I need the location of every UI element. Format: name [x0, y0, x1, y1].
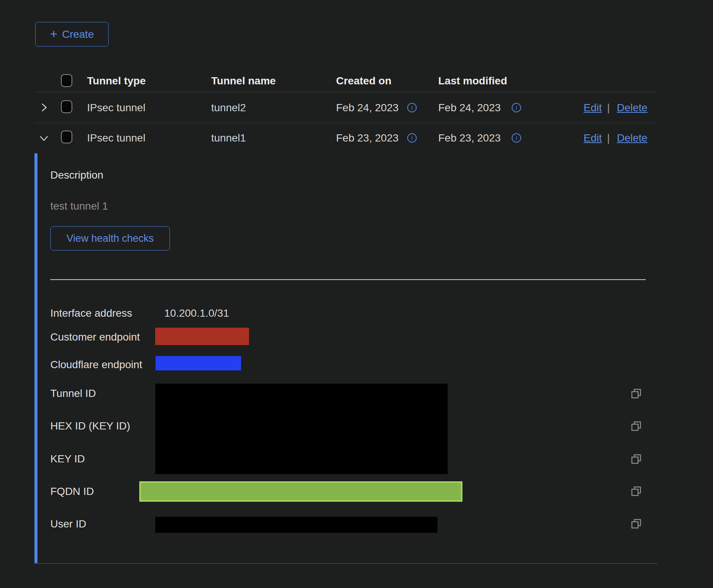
tunnel-id-label: Tunnel ID [50, 387, 96, 400]
expanded-row-bottom-border [34, 563, 657, 564]
info-icon[interactable]: i [407, 133, 417, 143]
customer-endpoint-redacted-value [155, 328, 249, 345]
copy-hex-id-button[interactable] [630, 420, 643, 432]
row-divider [34, 123, 657, 123]
action-separator: | [607, 102, 610, 114]
header-divider [34, 92, 657, 92]
tunnel-type-cell: IPsec tunnel [87, 132, 145, 144]
interface-address-label: Interface address [50, 307, 132, 319]
hex-id-label: HEX ID (KEY ID) [50, 420, 130, 432]
info-icon[interactable]: i [512, 103, 521, 112]
header-created-on: Created on [336, 75, 391, 87]
fqdn-id-label: FQDN ID [50, 485, 94, 498]
tunnel-name-cell: tunnel2 [211, 102, 246, 114]
last-modified-cell: Feb 24, 2023 [438, 102, 501, 114]
cloudflare-endpoint-redacted-value [156, 356, 241, 370]
view-health-checks-button[interactable]: View health checks [50, 226, 170, 250]
tunnel-type-cell: IPsec tunnel [87, 102, 145, 114]
chevron-down-icon[interactable] [39, 133, 49, 144]
header-tunnel-type: Tunnel type [87, 75, 146, 87]
key-id-label: KEY ID [50, 453, 85, 465]
row-checkbox[interactable] [61, 131, 72, 143]
create-button[interactable]: + Create [35, 22, 109, 47]
copy-user-id-button[interactable] [630, 517, 643, 530]
description-label: Description [50, 169, 103, 181]
interface-address-value: 10.200.1.0/31 [164, 307, 229, 319]
section-divider [50, 279, 646, 280]
action-separator: | [607, 132, 610, 144]
created-on-cell: Feb 24, 2023 [336, 102, 399, 114]
chevron-right-icon[interactable] [39, 102, 49, 113]
row-checkbox[interactable] [61, 100, 72, 113]
copy-key-id-button[interactable] [630, 453, 643, 465]
expanded-row-accent-bar [34, 153, 37, 563]
cloudflare-endpoint-label: Cloudflare endpoint [50, 359, 142, 371]
info-icon[interactable]: i [407, 103, 417, 112]
user-id-redacted-value [155, 517, 437, 533]
plus-icon: + [50, 27, 58, 40]
create-button-label: Create [62, 28, 94, 40]
delete-link[interactable]: Delete [617, 132, 648, 144]
tunnel-name-cell: tunnel1 [211, 132, 246, 144]
edit-link[interactable]: Edit [584, 132, 602, 144]
select-all-checkbox[interactable] [61, 74, 72, 87]
fqdn-id-redacted-value [139, 481, 462, 502]
customer-endpoint-label: Customer endpoint [50, 331, 140, 343]
user-id-label: User ID [50, 518, 86, 530]
description-value: test tunnel 1 [50, 200, 108, 212]
header-last-modified: Last modified [438, 75, 507, 87]
header-tunnel-name: Tunnel name [211, 75, 276, 87]
copy-fqdn-id-button[interactable] [630, 485, 643, 498]
info-icon[interactable]: i [512, 133, 521, 143]
delete-link[interactable]: Delete [617, 102, 648, 114]
edit-link[interactable]: Edit [584, 102, 602, 114]
created-on-cell: Feb 23, 2023 [336, 132, 399, 144]
last-modified-cell: Feb 23, 2023 [438, 132, 501, 144]
copy-tunnel-id-button[interactable] [630, 387, 643, 400]
ids-redacted-value-block [155, 384, 448, 474]
tunnels-page: + Create Tunnel type Tunnel name Created… [0, 0, 713, 588]
